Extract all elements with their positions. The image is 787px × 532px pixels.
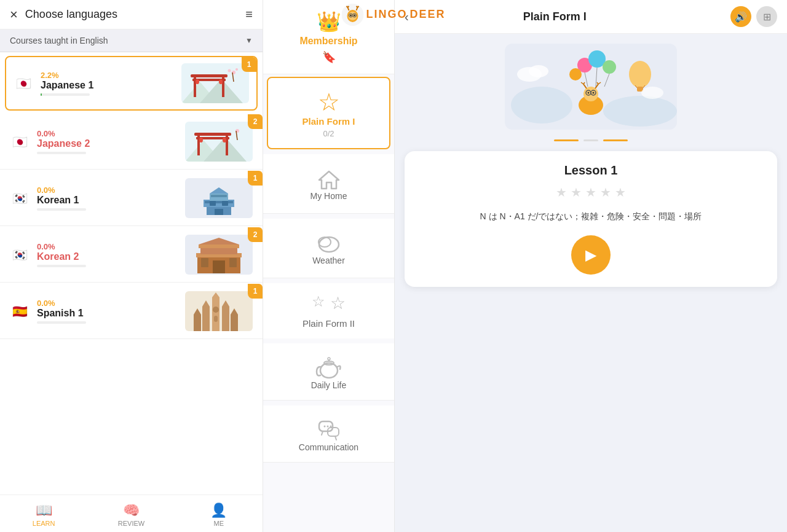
svg-point-4 [354,14,355,16]
svg-rect-52 [199,244,239,248]
play-button-area: ▶ [417,235,765,275]
course-name-japanese2: Japanese 2 [37,138,180,149]
star2: ★ [571,185,582,200]
svg-point-85 [629,61,651,88]
star-outline-icon: ☆ [318,88,340,116]
course-pct-spanish1: 0.0% [37,299,180,308]
close-button[interactable]: × [10,8,18,22]
svg-line-13 [356,6,357,7]
my-home-label: My Home [310,191,347,201]
course-flag-korean2: 🇰🇷 [10,245,30,265]
star1: ★ [556,185,567,200]
me-label: ME [214,520,224,527]
svg-rect-45 [215,209,223,215]
svg-point-81 [330,426,331,428]
weather-item[interactable]: Weather [263,219,394,278]
course-name-japanese1: Japanese 1 [41,80,176,91]
sound-button[interactable]: 🔊 [730,6,751,27]
nav-item-learn[interactable]: 📖 LEARN [0,500,87,530]
course-item-korean1[interactable]: 🇰🇷 0.0% Korean 1 [0,171,263,226]
nav-item-me[interactable]: 👤 ME [175,500,263,530]
svg-point-24 [235,68,238,71]
svg-point-102 [593,92,595,94]
svg-point-35 [223,138,226,143]
progress-bar-container-k1 [37,208,86,211]
right-header: ‹ Plain Form I 🔊 ⊞ [395,0,787,34]
lesson-title: Lesson 1 [417,163,765,178]
review-label: REVIEW [118,520,144,527]
progress-bar-container-j2 [37,152,86,154]
course-name-korean2: Korean 2 [37,251,180,262]
plain-form1-item[interactable]: ☆ Plain Form I 0/2 [267,77,390,149]
progress-bar-container [41,93,90,96]
course-badge-japanese1: 1 [242,57,256,72]
plain-form2-label: Plain Form II [303,318,355,329]
svg-rect-56 [229,258,237,267]
right-panel: ‹ Plain Form I 🔊 ⊞ [395,0,787,532]
svg-rect-46 [210,201,216,206]
course-pct-korean1: 0.0% [37,186,180,195]
right-panel-title: Plain Form I [416,10,694,23]
course-item-korean2[interactable]: 🇰🇷 0.0% Korean 2 [0,227,263,283]
bottom-nav: 📖 LEARN 🧠 REVIEW 👤 ME [0,495,263,532]
right-controls: 🔊 ⊞ [730,6,777,27]
course-flag-korean1: 🇰🇷 [10,189,30,208]
progress-bar-japanese1 [41,93,42,96]
home-icon [317,166,341,191]
nav-item-review[interactable]: 🧠 REVIEW [87,500,175,530]
svg-line-10 [347,6,349,7]
plain-form1-count: 0/2 [323,129,334,138]
svg-point-3 [350,14,352,16]
course-info-korean1: 0.0% Korean 1 [37,186,180,211]
lesson-description: N は N・A1 だ/ではない；複雑・危険・安全・問題・場所 [417,209,765,223]
course-badge-spanish1: 1 [248,284,263,299]
course-info-japanese1: 2.2% Japanese 1 [41,71,176,96]
filter-bar[interactable]: Courses taught in English ▼ [0,29,263,52]
star5: ★ [615,185,626,200]
svg-rect-54 [213,260,225,273]
course-badge-japanese2: 2 [248,114,263,129]
crown-icon: 👑 [317,10,341,33]
daily-life-label: Daily Life [311,380,347,390]
play-button[interactable]: ▶ [571,235,611,275]
course-item-spanish1[interactable]: 🇪🇸 0.0% Spanish 1 [0,284,263,339]
progress-bar-container-s1 [37,321,86,324]
lesson-card: Lesson 1 ★ ★ ★ ★ ★ N は N・A1 だ/ではない；複雑・危険… [405,151,777,287]
menu-icon[interactable]: ≡ [245,7,253,22]
plain-form2-item[interactable]: ☆ ☆ Plain Form II [263,283,394,338]
course-image-korean1 [185,178,253,218]
membership-label: Membership [299,36,357,47]
my-home-item[interactable]: My Home [263,154,394,214]
svg-point-21 [196,79,199,84]
bookmark-area: 🔖 [322,50,336,64]
plain-form2-icons: ☆ ☆ [312,293,346,313]
course-flag-japanese1: 🇯🇵 [14,74,33,93]
svg-point-79 [323,426,325,428]
communication-item[interactable]: Communication [263,405,394,463]
filter-arrow-icon: ▼ [245,36,253,45]
svg-rect-43 [211,195,227,197]
svg-rect-60 [222,307,229,331]
hero-illustration [405,44,777,130]
svg-rect-59 [202,307,210,331]
course-info-spanish1: 0.0% Spanish 1 [37,299,180,324]
course-flag-japanese2: 🇯🇵 [10,132,30,152]
divider-orange2 [603,139,628,141]
course-item-japanese1[interactable]: 🇯🇵 2.2% Japanese 1 [5,56,258,111]
svg-rect-32 [194,133,231,136]
logo-text: LINGO [366,8,407,21]
logo-deer-text: DEER [409,8,445,21]
me-icon: 👤 [210,503,227,518]
course-pct-japanese1: 2.2% [41,71,176,80]
left-header: × Choose languages [0,0,263,29]
svg-point-91 [603,60,616,74]
svg-point-83 [511,87,572,123]
svg-point-25 [228,69,231,72]
course-item-japanese2[interactable]: 🇯🇵 0.0% Japanese 2 [0,114,263,170]
star4: ★ [600,185,611,200]
daily-life-item[interactable]: Daily Life [263,343,394,401]
settings-button[interactable]: ⊞ [756,6,777,27]
learn-icon: 📖 [36,503,52,518]
middle-panel: 👑 Membership 🔖 ☆ Plain Form I 0/2 My Hom… [263,0,395,532]
hero-svg [505,44,677,130]
